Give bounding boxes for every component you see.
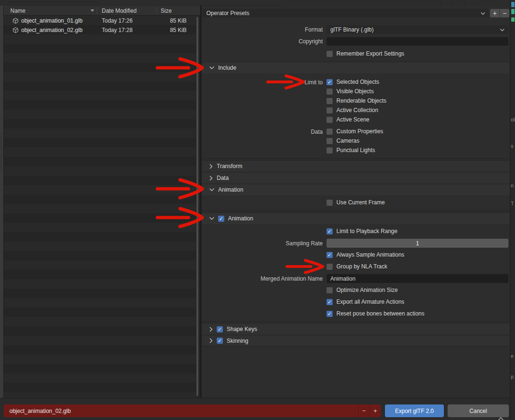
checkbox-row: Active Scene	[327, 116, 369, 123]
clipped-text-fragment: e	[511, 353, 514, 359]
checkbox-row: Export all Armature Actions	[327, 299, 404, 305]
merged-animation-name-input[interactable]: Animation	[327, 274, 508, 283]
filename-input[interactable]: object_animation_02.glb − +	[4, 404, 381, 417]
sort-direction-icon[interactable]	[90, 9, 94, 12]
skinning-checkbox[interactable]	[217, 338, 223, 344]
file-row[interactable]: object_animation_01.glb Today 17:26 85 K…	[4, 16, 198, 25]
checkbox-label: Limit to Playback Range	[336, 228, 397, 234]
merged-animation-name-label: Merged Animation Name	[202, 275, 323, 282]
export-gltf-button[interactable]: Export glTF 2.0	[385, 404, 444, 417]
section-header-animation[interactable]: Animation	[202, 184, 510, 195]
file-list-body[interactable]	[4, 16, 198, 398]
divider	[202, 210, 510, 211]
chevron-right-icon	[209, 338, 213, 343]
shape-keys-checkbox[interactable]	[217, 326, 223, 332]
chevron-right-icon	[209, 176, 213, 181]
section-title: Skinning	[227, 338, 248, 344]
animation-enabled-checkbox[interactable]	[218, 216, 224, 222]
column-header-size[interactable]: Size	[161, 8, 172, 14]
dialog-footer: object_animation_02.glb − + Export glTF …	[0, 398, 515, 420]
active-collection-checkbox[interactable]	[327, 107, 333, 113]
mesh-cube-icon	[12, 27, 19, 33]
checkbox-label: Renderable Objects	[336, 97, 386, 104]
selected-objects-checkbox[interactable]	[327, 79, 333, 85]
add-preset-button[interactable]: +	[490, 9, 499, 17]
cameras-checkbox[interactable]	[327, 138, 333, 144]
chevron-up-icon[interactable]	[498, 417, 504, 420]
format-value: glTF Binary (.glb)	[330, 26, 374, 33]
operator-presets-label: Operator Presets	[206, 10, 249, 16]
clipped-text-fragment: p	[511, 374, 514, 380]
punctual-lights-checkbox[interactable]	[327, 147, 333, 153]
cancel-button[interactable]: Cancel	[448, 404, 509, 417]
section-header-include[interactable]: Include	[202, 62, 510, 73]
copyright-input[interactable]	[327, 37, 508, 46]
limit-to-label: Limit to	[202, 79, 323, 86]
clipped-text-fragment: T	[511, 201, 514, 206]
clipped-text-fragment: n	[511, 183, 514, 188]
armature-icon	[511, 2, 515, 7]
export-all-armature-actions-checkbox[interactable]	[327, 299, 333, 305]
checkbox-row: Cameras	[327, 137, 360, 144]
sampling-rate-slider[interactable]: 1	[327, 239, 508, 248]
file-list-scrollbar[interactable]	[196, 17, 198, 396]
section-header-skinning[interactable]: Skinning	[202, 335, 510, 347]
divider	[8, 2, 98, 2]
checkbox-label: Active Scene	[336, 116, 369, 123]
always-sample-animations-checkbox[interactable]	[327, 252, 333, 258]
section-header-shape-keys[interactable]: Shape Keys	[202, 323, 510, 335]
mesh-cube-icon	[12, 17, 19, 24]
renderable-objects-checkbox[interactable]	[327, 98, 333, 104]
remember-export-settings-checkbox[interactable]	[327, 51, 333, 57]
checkbox-row: Optimize Animation Size	[327, 287, 398, 293]
section-title: Animation	[228, 215, 253, 222]
chevron-down-icon	[209, 217, 214, 220]
section-title: Animation	[218, 186, 243, 193]
divider	[489, 1, 490, 5]
cancel-button-label: Cancel	[469, 408, 487, 414]
file-date-modified: Today 17:28	[102, 27, 132, 33]
section-title: Data	[217, 175, 229, 181]
checkbox-row: Use Current Frame	[327, 199, 385, 206]
clipped-text-fragment: ol	[511, 117, 515, 122]
optimize-animation-size-checkbox[interactable]	[327, 287, 333, 293]
column-divider[interactable]	[97, 7, 97, 14]
use-current-frame-checkbox[interactable]	[327, 200, 333, 206]
filename-increment-button[interactable]: +	[369, 404, 381, 417]
chevron-down-icon	[481, 12, 485, 15]
minus-icon: −	[503, 9, 507, 17]
file-browser: Name Date Modified Size object_animation…	[4, 6, 200, 398]
sampling-rate-label: Sampling Rate	[202, 240, 323, 247]
column-header-date-modified[interactable]: Date Modified	[102, 8, 137, 14]
checkbox-row: Selected Objects	[327, 79, 379, 85]
filename-decrement-button[interactable]: −	[358, 404, 369, 417]
column-header-name[interactable]: Name	[10, 8, 25, 14]
file-list-header: Name Date Modified Size	[4, 6, 200, 16]
file-row[interactable]: object_animation_02.glb Today 17:28 85 K…	[4, 25, 198, 35]
checkbox-label: Visible Objects	[336, 88, 374, 95]
checkbox-row: Custom Properties	[327, 128, 383, 135]
background-left-strip	[0, 6, 4, 398]
checkbox-label: Reset pose bones between actions	[336, 310, 425, 317]
checkbox-row: Punctual Lights	[327, 147, 375, 153]
active-scene-checkbox[interactable]	[327, 117, 333, 123]
format-dropdown[interactable]: glTF Binary (.glb)	[327, 25, 508, 34]
section-header-animation-sub[interactable]: Animation	[202, 212, 510, 224]
visible-objects-checkbox[interactable]	[327, 89, 333, 95]
limit-playback-range-checkbox[interactable]	[327, 228, 333, 234]
column-divider[interactable]	[156, 7, 157, 14]
chevron-right-icon	[209, 164, 213, 169]
checkbox-row: Visible Objects	[327, 88, 374, 95]
chevron-right-icon	[209, 327, 213, 332]
remove-preset-button[interactable]: −	[500, 9, 509, 17]
operator-presets-dropdown[interactable]: Operator Presets	[203, 9, 489, 17]
custom-properties-checkbox[interactable]	[327, 129, 333, 135]
checkbox-row: Active Collection	[327, 107, 378, 113]
group-by-nla-track-checkbox[interactable]	[327, 264, 333, 270]
section-header-data[interactable]: Data	[202, 172, 510, 184]
armature-icon	[511, 17, 515, 22]
reset-pose-bones-checkbox[interactable]	[327, 311, 333, 317]
section-header-transform[interactable]: Transform	[202, 160, 510, 172]
section-title: Transform	[217, 163, 242, 170]
chevron-down-icon	[209, 188, 214, 192]
